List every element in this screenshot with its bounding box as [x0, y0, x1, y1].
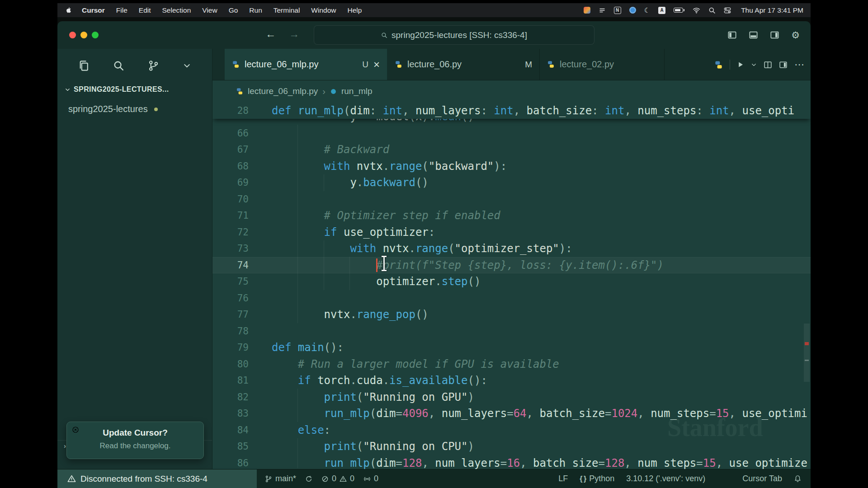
- language-mode[interactable]: { } Python: [580, 474, 614, 483]
- menu-item-selection[interactable]: Selection: [162, 6, 191, 14]
- tab-close-icon[interactable]: ×: [373, 59, 380, 70]
- toggle-sidebar-icon[interactable]: [727, 30, 737, 40]
- toggle-panel-icon[interactable]: [749, 30, 758, 40]
- split-editor-icon[interactable]: [764, 61, 772, 69]
- code-line-66[interactable]: 66: [212, 125, 811, 142]
- command-center[interactable]: spring2025-lectures [SSH: cs336-4]: [314, 25, 594, 45]
- run-dropdown-chevron-icon[interactable]: [751, 62, 757, 68]
- code-area[interactable]: y = model(x).mean()6667# Backward68with …: [212, 108, 811, 469]
- editor-layout-icon[interactable]: [779, 61, 788, 69]
- explorer-section-header[interactable]: SPRING2025-LECTURES...: [65, 85, 208, 94]
- input-source-icon[interactable]: A: [658, 7, 665, 14]
- code-line-74[interactable]: 74#print(f"Step {step}, loss: {y.item():…: [212, 257, 811, 274]
- tab-lecture_02.py[interactable]: lecture_02.py: [540, 49, 665, 80]
- code-line-68[interactable]: 68with nvtx.range("backward"):: [212, 158, 811, 175]
- tree-item-root-folder[interactable]: spring2025-lectures: [68, 104, 158, 114]
- remote-status-indicator[interactable]: Disconnected from SSH: cs336-4: [57, 469, 257, 488]
- code-line-84[interactable]: 84else:: [212, 422, 811, 439]
- code-line-70[interactable]: 70: [212, 191, 811, 208]
- code-line-78[interactable]: 78: [212, 323, 811, 340]
- menubar-status-icon-3[interactable]: [629, 7, 636, 14]
- breadcrumb-symbol[interactable]: run_mlp: [341, 86, 373, 96]
- navigate-back-button[interactable]: ←: [265, 28, 276, 40]
- chevron-right-icon: ›: [64, 442, 66, 450]
- do-not-disturb-icon[interactable]: ☾: [644, 7, 650, 14]
- code-line-73[interactable]: 73with nvtx.range("optimizer_step"):: [212, 240, 811, 257]
- breadcrumb: lecture_06_mlp.py › run_mlp: [212, 80, 811, 102]
- problems-status[interactable]: 0 0: [321, 474, 354, 483]
- code-line-69[interactable]: 69y.backward(): [212, 174, 811, 191]
- breadcrumb-file[interactable]: lecture_06_mlp.py: [248, 86, 318, 96]
- minimize-window-button[interactable]: [80, 32, 87, 38]
- menu-item-view[interactable]: View: [202, 6, 217, 14]
- update-notification[interactable]: Update Cursor? Read the changelog.: [66, 422, 204, 459]
- code-line-72[interactable]: 72if use_optimizer:: [212, 224, 811, 241]
- overview-ruler-mark: [805, 360, 809, 361]
- code-line-79[interactable]: 79def main():: [212, 339, 811, 356]
- wifi-icon[interactable]: [693, 6, 700, 14]
- notification-link[interactable]: Read the changelog.: [67, 441, 203, 450]
- control-center-icon[interactable]: [724, 7, 731, 14]
- explorer-icon[interactable]: [78, 60, 90, 71]
- menu-bar-clock[interactable]: Thu Apr 17 3:41 PM: [741, 6, 803, 14]
- errors-icon: [321, 475, 329, 483]
- sync-changes-button[interactable]: [305, 475, 312, 483]
- macos-menu-bar: CursorFileEditSelectionViewGoRunTerminal…: [57, 3, 811, 17]
- scrollbar-thumb[interactable]: [804, 324, 810, 382]
- symbol-method-icon: [330, 88, 337, 95]
- menu-item-go[interactable]: Go: [229, 6, 238, 14]
- notifications-bell-icon[interactable]: [794, 475, 802, 483]
- code-line-85[interactable]: 85print("Running on CPU"): [212, 438, 811, 455]
- workspace-title: spring2025-lectures [SSH: cs336-4]: [392, 30, 527, 40]
- source-control-icon[interactable]: [148, 60, 159, 71]
- code-line-82[interactable]: 82print("Running on GPU"): [212, 389, 811, 406]
- apple-menu-icon[interactable]: [65, 7, 72, 14]
- close-window-button[interactable]: [69, 32, 76, 38]
- cursor-tab-status[interactable]: Cursor Tab: [742, 474, 782, 483]
- code-line-75[interactable]: 75optimizer.step(): [212, 273, 811, 290]
- code-line-86[interactable]: 86run_mlp(dim=128, num_layers=16, batch_…: [212, 455, 811, 469]
- code-line-77[interactable]: 77nvtx.range_pop(): [212, 306, 811, 323]
- tab-lecture_06_mlp.py[interactable]: lecture_06_mlp.pyU×: [225, 49, 387, 80]
- chevron-down-icon[interactable]: [183, 61, 191, 70]
- search-icon[interactable]: [113, 60, 124, 71]
- git-branch-status[interactable]: main*: [265, 474, 296, 483]
- code-line-71[interactable]: 71# Optimizer step if enabled: [212, 207, 811, 224]
- zoom-window-button[interactable]: [92, 32, 99, 38]
- menu-item-cursor[interactable]: Cursor: [82, 6, 105, 14]
- python-interpreter[interactable]: 3.10.12 ('.venv': venv): [626, 474, 705, 483]
- notification-close-icon[interactable]: [72, 426, 79, 433]
- settings-gear-icon[interactable]: ⚙: [791, 30, 800, 40]
- menubar-status-icon-2[interactable]: [599, 7, 606, 14]
- line-number: 82: [212, 392, 256, 403]
- menu-item-run[interactable]: Run: [249, 6, 262, 14]
- menu-item-terminal[interactable]: Terminal: [274, 6, 300, 14]
- toggle-secondary-sidebar-icon[interactable]: [770, 30, 779, 40]
- run-file-icon[interactable]: [737, 61, 744, 68]
- battery-icon[interactable]: [674, 8, 684, 13]
- tab-git-badge: M: [525, 60, 532, 70]
- screen: CursorFileEditSelectionViewGoRunTerminal…: [57, 3, 811, 488]
- code-line-80[interactable]: 80# Run a larger model if GPU is availab…: [212, 356, 811, 373]
- ports-status[interactable]: 0: [363, 474, 378, 483]
- code-line-67[interactable]: 67# Backward: [212, 141, 811, 158]
- menubar-status-icon-1[interactable]: [584, 7, 590, 14]
- python-run-config-icon[interactable]: [714, 61, 723, 69]
- menu-item-edit[interactable]: Edit: [139, 6, 151, 14]
- warnings-icon: [340, 475, 347, 483]
- more-actions-icon[interactable]: ⋯: [794, 60, 804, 70]
- menu-item-file[interactable]: File: [116, 6, 127, 14]
- notification-title: Update Cursor?: [67, 428, 203, 438]
- code-line-83[interactable]: 83run_mlp(dim=4096, num_layers=64, batch…: [212, 405, 811, 422]
- code-line-81[interactable]: 81if torch.cuda.is_available():: [212, 372, 811, 389]
- navigate-forward-button[interactable]: →: [289, 28, 299, 40]
- notion-icon[interactable]: N: [614, 7, 621, 14]
- menu-item-help[interactable]: Help: [347, 6, 362, 14]
- menu-item-window[interactable]: Window: [311, 6, 336, 14]
- spotlight-icon[interactable]: [708, 7, 716, 14]
- tab-lecture_06.py[interactable]: lecture_06.pyM: [387, 49, 540, 80]
- editor-pane[interactable]: lecture_06_mlp.py › run_mlp Stanford y =…: [212, 80, 811, 469]
- eol-indicator[interactable]: LF: [558, 474, 568, 483]
- code-line-76[interactable]: 76: [212, 290, 811, 307]
- sticky-scroll-line[interactable]: 28def run_mlp(dim: int, num_layers: int,…: [212, 102, 811, 119]
